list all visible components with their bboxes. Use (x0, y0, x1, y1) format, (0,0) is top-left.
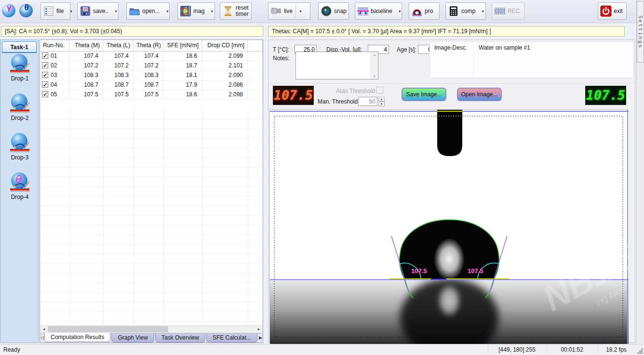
divider (269, 83, 634, 84)
row-checkbox[interactable] (42, 81, 48, 88)
cell: 107.2 (103, 61, 134, 71)
sidebar-item-drop-4[interactable]: Drop-4 (0, 169, 39, 200)
table-row[interactable]: 03 108.3 108.3 108.3 18.1 2.090 (40, 71, 263, 80)
run-no: 04 (51, 81, 57, 88)
col-run-no[interactable]: Run-No. (40, 40, 69, 51)
baseline-icon (357, 5, 369, 17)
tab-computation-results[interactable]: Computation Results (44, 333, 110, 342)
save-image-button[interactable]: Save Image... (402, 88, 446, 101)
row-checkbox[interactable] (42, 72, 48, 78)
cell: 108.7 (69, 80, 103, 90)
table-row[interactable]: 01 107.4 107.4 107.4 18.6 2.099 (40, 52, 263, 61)
file-button[interactable]: file ▼ (40, 2, 70, 20)
scroll-down-icon[interactable]: ▼ (371, 75, 378, 78)
save-button[interactable]: save.. ▼ (77, 2, 119, 20)
run-no: 01 (51, 53, 57, 59)
exit-button[interactable]: exit (598, 2, 627, 20)
rec-button-label: REC (508, 8, 520, 14)
image-desc-label: Image-Desc. (434, 44, 467, 51)
cell (248, 52, 263, 61)
scrollbar-thumb[interactable] (48, 326, 168, 332)
col-theta-l[interactable]: Theta (L) (103, 40, 134, 51)
camera-view[interactable]: NBΩS ing New Boundaries 107.5 107.5 (269, 109, 628, 343)
tab-graph-view[interactable]: Graph View (111, 333, 154, 342)
notes-input[interactable]: ▲ ▼ (295, 52, 378, 79)
sidebar-item-drop-2[interactable]: Drop-2 (0, 90, 39, 121)
tab-sfe-calculator[interactable]: SFE Calculat... (206, 333, 257, 342)
spin-down-icon[interactable]: ▼ (378, 102, 385, 106)
notes-scrollbar[interactable]: ▲ ▼ (371, 52, 378, 79)
tab-task-overview[interactable]: Task Overview (155, 333, 205, 342)
row-checkbox[interactable] (42, 91, 48, 97)
image-description-panel[interactable]: Image-Desc. Water on sample #1 (429, 41, 634, 78)
open-image-button[interactable]: Open Image... (457, 88, 502, 101)
col-drop-cd[interactable]: Drop CD [mm] (202, 40, 248, 51)
run-no: 05 (51, 91, 57, 98)
dropdown-arrow-icon[interactable]: ▼ (397, 10, 402, 13)
table-row[interactable]: 05 107.5 107.5 107.5 18.6 2.098 (40, 90, 263, 100)
sidebar-item-drop-1[interactable]: Drop-1 (0, 51, 39, 82)
snap-button-label: snap (334, 8, 347, 14)
angle-display-left: 107.5 (273, 86, 314, 105)
thetas-status-strip: Thetas: CA[M] = 107.5 ± 0.0° [ Vol. = 3.… (268, 26, 625, 37)
drop-icon (8, 130, 31, 154)
dropdown-arrow-icon[interactable]: ▼ (209, 10, 215, 13)
dropdown-arrow-icon[interactable]: ▼ (480, 10, 485, 13)
live-button[interactable]: live ▼ (268, 2, 310, 20)
threshold-spinner[interactable]: ▲ ▼ (378, 97, 385, 106)
row-checkbox[interactable] (42, 62, 48, 68)
cell (248, 90, 263, 100)
scroll-right-icon[interactable]: ▸ (255, 326, 263, 333)
baseline-button[interactable]: baseline ▼ (355, 2, 402, 20)
drop-1-label: Drop-1 (0, 75, 39, 82)
cell: 2.098 (202, 90, 248, 100)
resize-grip[interactable] (637, 348, 643, 354)
open-button[interactable]: open... ▼ (126, 2, 170, 20)
cell: 107.2 (69, 61, 103, 71)
drop-3-label: Drop-3 (0, 154, 39, 161)
drop-theta-icon (8, 169, 31, 193)
dropdown-arrow-icon[interactable]: ▼ (165, 10, 170, 13)
comp-button[interactable]: comp ▼ (445, 2, 486, 20)
cell: 18.6 (163, 90, 202, 100)
image-desc-value: Water on sample #1 (479, 44, 530, 51)
scroll-left-icon[interactable]: ◂ (40, 326, 48, 333)
dropdown-arrow-icon[interactable]: ▼ (68, 10, 74, 13)
open-button-label: open... (142, 8, 160, 14)
snap-button[interactable]: snap (318, 2, 349, 20)
camera-lens-icon (321, 5, 332, 17)
auto-threshold-checkbox[interactable] (376, 87, 383, 93)
table-row[interactable]: 02 107.2 107.2 107.2 18.7 2.101 (40, 61, 263, 71)
tab-nav-left-icon[interactable]: ◁ (40, 333, 44, 342)
col-sfe[interactable]: SFE [mN/m] (163, 40, 202, 51)
dropdown-arrow-icon[interactable]: ▼ (298, 10, 303, 13)
save-button-label: save.. (93, 8, 108, 14)
drop-icon (8, 90, 31, 114)
pro-button[interactable]: pro (409, 2, 440, 20)
table-row[interactable]: 04 108.7 108.7 108.7 17.9 2.086 (40, 80, 263, 90)
scroll-up-icon[interactable]: ▲ (371, 53, 378, 56)
cell: 107.5 (134, 90, 163, 100)
mag-button[interactable]: mag ▼ (177, 2, 215, 20)
tab-settings[interactable]: Settings (637, 1, 644, 63)
man-threshold-field[interactable] (358, 97, 377, 106)
dropdown-arrow-icon[interactable]: ▼ (113, 10, 119, 13)
magnification-icon (180, 5, 191, 17)
status-fps: 18.2 fps (598, 345, 634, 355)
col-theta-r[interactable]: Theta (R) (134, 40, 163, 51)
task-sidebar: Task-1 Drop-1 Drop-2 (0, 39, 39, 343)
spin-up-icon[interactable]: ▲ (378, 97, 385, 102)
file-icon (43, 5, 54, 17)
tab-nav-right-icon[interactable]: ▶ (258, 333, 263, 342)
auto-threshold-label: Auto Threshold (336, 88, 375, 94)
open-folder-icon (129, 5, 140, 17)
cell: 108.3 (69, 71, 103, 80)
col-theta-m[interactable]: Theta (M) (69, 40, 103, 51)
cell: 2.086 (202, 80, 248, 90)
calculator-icon (448, 5, 459, 17)
row-checkbox[interactable] (42, 53, 48, 59)
reset-timer-button[interactable]: reset timer (220, 2, 252, 20)
horizontal-scrollbar[interactable]: ◂ ▸ (40, 325, 263, 333)
drop-4-label: Drop-4 (0, 194, 39, 200)
sidebar-item-drop-3[interactable]: Drop-3 (0, 130, 39, 161)
